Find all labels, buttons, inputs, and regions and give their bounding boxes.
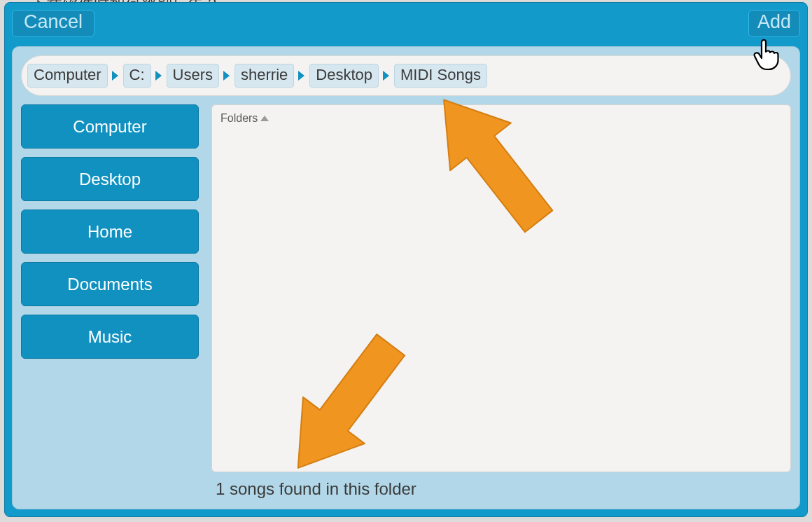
sidebar-item-documents[interactable]: Documents (21, 262, 199, 306)
breadcrumb: Computer C: Users sherrie Desktop MIDI S… (21, 55, 791, 96)
status-text: 1 songs found in this folder (216, 479, 791, 499)
column-header-label: Folders (220, 112, 258, 125)
breadcrumb-item[interactable]: sherrie (234, 64, 294, 88)
chevron-right-icon (154, 70, 164, 81)
sidebar-item-music[interactable]: Music (21, 315, 199, 359)
dialog-lower: Computer Desktop Home Documents Music Fo… (21, 104, 791, 499)
sidebar: Computer Desktop Home Documents Music (21, 104, 199, 499)
chevron-right-icon (297, 70, 307, 81)
dialog-body: Computer C: Users sherrie Desktop MIDI S… (12, 46, 800, 509)
chevron-right-icon (222, 70, 232, 81)
sidebar-item-desktop[interactable]: Desktop (21, 157, 199, 201)
add-button[interactable]: Add (748, 10, 800, 37)
sort-ascending-icon (260, 116, 269, 121)
breadcrumb-item[interactable]: MIDI Songs (394, 64, 487, 88)
sidebar-item-computer[interactable]: Computer (21, 104, 199, 149)
cancel-button[interactable]: Cancel (12, 10, 94, 37)
chevron-right-icon (111, 70, 120, 81)
chevron-right-icon (382, 70, 391, 81)
sidebar-item-home[interactable]: Home (21, 210, 199, 254)
column-header-folders[interactable]: Folders (220, 112, 269, 125)
breadcrumb-item[interactable]: Desktop (309, 64, 379, 88)
breadcrumb-item[interactable]: Users (167, 64, 219, 88)
breadcrumb-item[interactable]: Computer (27, 64, 108, 88)
breadcrumb-item[interactable]: C: (123, 64, 151, 88)
content-column: Folders 1 songs found in this folder (211, 104, 791, 499)
file-browser-dialog: Cancel Add Computer C: Users sherrie Des… (4, 2, 808, 517)
dialog-header: Cancel Add (12, 10, 800, 46)
folder-list-panel[interactable]: Folders (211, 104, 791, 472)
